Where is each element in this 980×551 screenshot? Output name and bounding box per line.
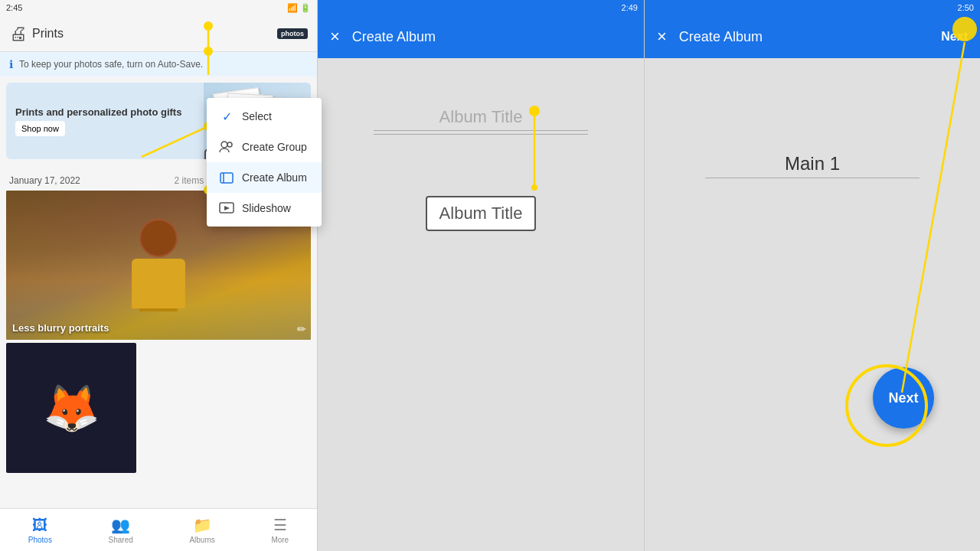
photo-grid: Less blurry portraits ✏ 🦊: [0, 191, 317, 473]
crash-bandicoot-icon: 🦊: [43, 381, 100, 435]
auto-save-banner: ℹ To keep your photos safe, turn on Auto…: [0, 52, 317, 77]
shop-now-button[interactable]: Shop now: [15, 121, 65, 136]
photo-crash-bandicoot[interactable]: 🦊: [6, 343, 136, 473]
status-time-2: 2:49: [622, 3, 638, 12]
nav-albums-label: Albums: [189, 536, 214, 544]
nav-albums[interactable]: 📁 Albums: [189, 516, 214, 544]
app-name: Prints: [32, 27, 64, 41]
auto-save-text: To keep your photos safe, turn on Auto-S…: [19, 59, 203, 70]
svg-rect-2: [220, 173, 233, 183]
slideshow-icon: [219, 201, 234, 216]
dropdown-label-create-album: Create Album: [242, 171, 307, 184]
album-title-callout-text: Album Title: [439, 204, 523, 223]
panel2-header: × Create Album: [318, 15, 644, 58]
dropdown-item-create-album[interactable]: Create Album: [207, 162, 322, 193]
panel-1: 2:45 📶 🔋 🖨 Prints photos ℹ To keep your …: [0, 0, 318, 551]
items-count: 2 items: [175, 175, 204, 186]
album-title-area-3: [645, 58, 980, 178]
dropdown-item-create-group[interactable]: Create Group: [207, 132, 322, 162]
dropdown-item-select[interactable]: ✓ Select: [207, 101, 322, 132]
next-fab-label: Next: [888, 390, 918, 406]
svg-point-1: [227, 142, 232, 147]
panel3-header-title: Create Album: [679, 29, 929, 45]
photos-icon: 🖼: [32, 517, 47, 534]
photo-overlay-text: Less blurry portraits: [12, 322, 109, 334]
album-icon: [219, 170, 234, 185]
more-icon: ☰: [273, 516, 287, 534]
album-title-area: Album Title: [374, 104, 588, 135]
top-bar-1: 🖨 Prints photos: [0, 15, 317, 52]
status-bar-2: 2:49: [318, 0, 644, 15]
svg-point-0: [221, 142, 227, 148]
group-icon: [219, 139, 234, 155]
albums-icon: 📁: [193, 516, 212, 534]
shared-icon: 👥: [111, 516, 130, 534]
album-title-input-3[interactable]: [705, 150, 920, 178]
promo-title: Prints and personalized photo gifts: [15, 106, 181, 118]
album-content-2: Album Title Album Title: [318, 58, 644, 246]
dropdown-label-select: Select: [242, 110, 272, 122]
status-time-1: 2:45: [6, 3, 22, 12]
nav-photos[interactable]: 🖼 Photos: [28, 517, 52, 544]
dropdown-item-slideshow[interactable]: Slideshow: [207, 193, 322, 223]
printer-icon: 🖨: [9, 23, 28, 44]
status-bar-3: 2:50: [645, 0, 980, 15]
next-button-top[interactable]: Next: [941, 30, 968, 44]
svg-marker-5: [224, 206, 230, 210]
nav-more[interactable]: ☰ More: [271, 516, 289, 544]
album-title-input[interactable]: [374, 104, 588, 131]
panel3-header: × Create Album Next: [645, 15, 980, 58]
panel-2: 2:49 × Create Album Album Title Album Ti…: [318, 0, 645, 551]
status-icons-1: 📶 🔋: [287, 3, 311, 13]
promo-text-area: Prints and personalized photo gifts Shop…: [15, 106, 181, 136]
status-time-3: 2:50: [958, 3, 974, 12]
nav-photos-label: Photos: [28, 536, 52, 544]
check-icon: ✓: [219, 109, 234, 124]
close-button-3[interactable]: ×: [657, 27, 667, 47]
nav-more-label: More: [271, 536, 289, 544]
date-label: January 17, 2022: [9, 175, 80, 186]
close-button-2[interactable]: ×: [330, 27, 340, 47]
status-bar-1: 2:45 📶 🔋: [0, 0, 317, 15]
nav-shared-label: Shared: [109, 536, 133, 544]
panel-3: 2:50 × Create Album Next Next: [645, 0, 980, 551]
album-title-callout-box: Album Title: [426, 196, 537, 231]
dropdown-menu: ✓ Select Create Group Create Album Slide…: [207, 98, 322, 227]
app-title-area: 🖨 Prints: [9, 23, 64, 44]
nav-shared[interactable]: 👥 Shared: [109, 516, 133, 544]
dropdown-label-slideshow: Slideshow: [242, 202, 291, 214]
woman-silhouette: [132, 219, 185, 311]
panel2-header-title: Create Album: [352, 29, 632, 45]
dropdown-label-create-group: Create Group: [242, 141, 307, 153]
next-fab-button[interactable]: Next: [873, 367, 934, 429]
amazon-photos-logo: photos: [277, 28, 308, 39]
info-icon: ℹ: [9, 58, 13, 70]
edit-icon: ✏: [297, 323, 306, 335]
bottom-nav: 🖼 Photos 👥 Shared 📁 Albums ☰ More: [0, 508, 317, 551]
